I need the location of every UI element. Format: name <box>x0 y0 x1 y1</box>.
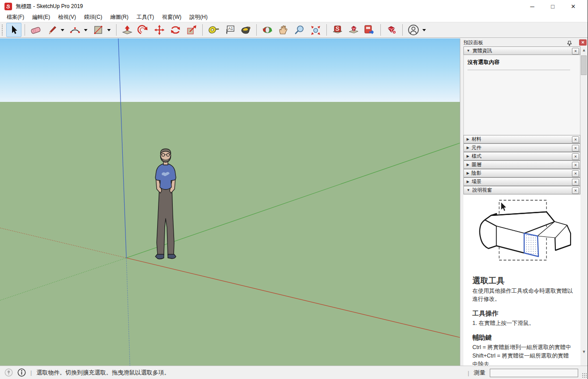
push-pull-tool-button[interactable] <box>120 23 135 37</box>
resize-grip[interactable] <box>582 373 587 378</box>
no-selection-message: 沒有選取內容 <box>464 55 580 66</box>
section-label: 實體資訊 <box>472 47 492 54</box>
share-model-button[interactable] <box>362 23 377 37</box>
text-tool-button[interactable]: A1 <box>222 23 237 37</box>
share-model-icon <box>363 25 376 35</box>
arc-dropdown-arrow[interactable] <box>84 29 88 31</box>
blue-axis-solid <box>118 38 126 258</box>
section-close-button[interactable]: ✕ <box>572 48 579 55</box>
instructor-operation-step: 1. 在實體上按一下滑鼠。 <box>472 319 574 327</box>
menu-edit[interactable]: 編輯(E) <box>28 13 54 22</box>
line-dropdown-arrow[interactable] <box>61 29 64 31</box>
section-components-header[interactable]: ▶ 元件 ✕ <box>463 143 580 152</box>
rectangle-tool-button[interactable] <box>91 23 106 37</box>
scale-icon <box>186 25 197 35</box>
section-close-button[interactable]: ✕ <box>572 153 579 160</box>
measure-separator: | <box>468 370 469 376</box>
section-close-button[interactable]: ✕ <box>572 179 579 185</box>
toolbar-drag-handle[interactable] <box>1 24 4 36</box>
3d-warehouse-icon <box>332 25 343 35</box>
expand-arrow-icon: ▶ <box>467 163 469 167</box>
extension-warehouse-button[interactable] <box>346 23 361 37</box>
paint-bucket-tool-button[interactable] <box>238 23 253 37</box>
menu-help[interactable]: 說明(H) <box>185 13 212 22</box>
extension-manager-icon <box>386 25 397 35</box>
menu-camera[interactable]: 鏡頭(C) <box>80 13 106 22</box>
section-entity-info-header[interactable]: ▼ 實體資訊 ✕ <box>463 46 580 55</box>
section-scenes-header[interactable]: ▶ 場景 ✕ <box>463 177 580 186</box>
drawing-axes <box>0 38 460 366</box>
measurements-area: | 測量 <box>463 366 578 379</box>
move-tool-button[interactable] <box>152 23 167 37</box>
instructor-modifier-heading: 輔助鍵 <box>472 333 574 342</box>
section-close-button[interactable]: ✕ <box>572 170 579 177</box>
eraser-icon <box>30 25 42 35</box>
orbit-tool-button[interactable] <box>260 23 275 37</box>
tape-measure-tool-button[interactable] <box>206 23 221 37</box>
menu-window[interactable]: 視窗(W) <box>158 13 185 22</box>
extension-warehouse-icon <box>348 25 359 35</box>
rectangle-dropdown-arrow[interactable] <box>107 29 111 31</box>
menu-draw[interactable]: 繪圖(R) <box>106 13 133 22</box>
3d-warehouse-button[interactable] <box>330 23 345 37</box>
default-tray-panel: 預設面板 ✕ ▼ 實體資訊 ✕ 沒有選取內容 ▶ 材料 ✕ ▶ 元件 ✕ ▶ 樣… <box>460 38 588 366</box>
section-materials-header[interactable]: ▶ 材料 ✕ <box>463 135 580 143</box>
status-separator: | <box>30 369 32 376</box>
close-button[interactable]: ✕ <box>563 0 584 13</box>
menu-file[interactable]: 檔案(F) <box>3 13 28 22</box>
scale-tool-button[interactable] <box>184 23 199 37</box>
section-styles-header[interactable]: ▶ 樣式 ✕ <box>463 152 580 160</box>
section-instructor-header[interactable]: ▼ 說明視窗 ✕ <box>463 186 580 194</box>
tray-close-button[interactable]: ✕ <box>579 39 587 46</box>
section-label: 說明視窗 <box>472 187 492 194</box>
line-tool-button[interactable] <box>44 23 59 37</box>
zoom-extents-icon <box>310 25 321 35</box>
extension-manager-button[interactable] <box>384 23 399 37</box>
scene-graphics <box>0 38 460 366</box>
scrollbar-thumb[interactable] <box>581 55 587 75</box>
section-label: 陰影 <box>471 170 481 177</box>
eraser-tool-button[interactable] <box>28 23 43 37</box>
section-shadows-header[interactable]: ▶ 陰影 ✕ <box>463 169 580 177</box>
menu-tools[interactable]: 工具(T) <box>133 13 158 22</box>
svg-text:A1: A1 <box>228 26 233 31</box>
menu-bar: 檔案(F) 編輯(E) 檢視(V) 鏡頭(C) 繪圖(R) 工具(T) 視窗(W… <box>0 13 588 22</box>
sign-in-button[interactable] <box>406 23 421 37</box>
instructor-operation-heading: 工具操作 <box>472 309 574 318</box>
offset-tool-button[interactable] <box>136 23 151 37</box>
credits-info-icon[interactable] <box>17 368 26 377</box>
offset-icon <box>138 25 149 35</box>
maximize-button[interactable]: □ <box>542 0 563 13</box>
cursor-arrow-icon <box>501 202 507 211</box>
measurements-input[interactable] <box>490 369 578 377</box>
section-close-button[interactable]: ✕ <box>572 162 579 168</box>
section-label: 樣式 <box>471 153 481 160</box>
sign-in-dropdown-arrow[interactable] <box>422 29 426 31</box>
geolocation-icon[interactable] <box>4 368 13 377</box>
section-close-button[interactable]: ✕ <box>572 145 579 152</box>
rotate-tool-button[interactable] <box>168 23 183 37</box>
section-close-button[interactable]: ✕ <box>572 136 579 143</box>
panel-scrollbar[interactable]: ▲ ▼ <box>580 46 588 365</box>
minimize-button[interactable]: ─ <box>522 0 542 13</box>
measurements-label: 測量 <box>474 369 485 377</box>
arc-tool-button[interactable] <box>67 23 83 37</box>
orbit-icon <box>262 25 273 35</box>
scroll-down-arrow-icon[interactable]: ▼ <box>580 348 588 355</box>
select-tool-button[interactable] <box>6 23 21 37</box>
zoom-tool-button[interactable] <box>292 23 307 37</box>
section-layers-header[interactable]: ▶ 圖層 ✕ <box>463 160 580 169</box>
blue-axis-dotted <box>126 258 130 366</box>
sketchup-window: 無標題 - SketchUp Pro 2019 ─ □ ✕ 檔案(F) 編輯(E… <box>0 0 588 379</box>
title-bar: 無標題 - SketchUp Pro 2019 ─ □ ✕ <box>0 0 588 13</box>
pan-tool-button[interactable] <box>276 23 291 37</box>
zoom-extents-tool-button[interactable] <box>308 23 323 37</box>
expand-arrow-icon: ▶ <box>467 146 469 150</box>
scroll-up-arrow-icon[interactable]: ▲ <box>580 46 588 54</box>
menu-view[interactable]: 檢視(V) <box>54 13 80 22</box>
expand-arrow-icon: ▶ <box>467 180 469 184</box>
section-close-button[interactable]: ✕ <box>572 187 579 194</box>
modeling-viewport[interactable] <box>0 38 460 366</box>
instructor-modifier-line-2: Shift+Ctrl = 將實體從一組所選取的實體中除去 <box>472 352 574 366</box>
selected-face <box>524 233 538 257</box>
